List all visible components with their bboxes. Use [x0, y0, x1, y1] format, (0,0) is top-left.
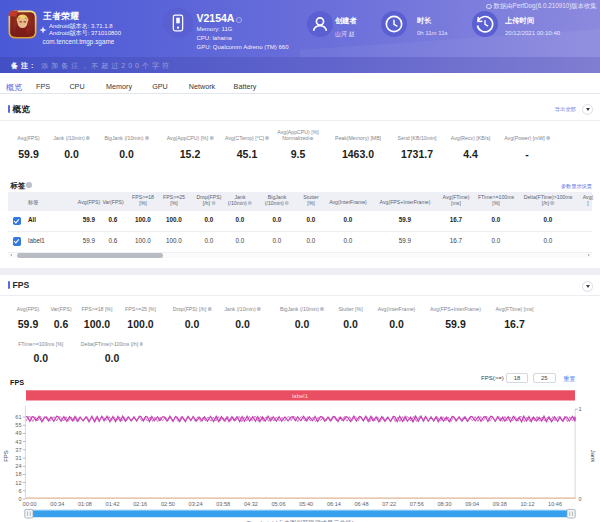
svg-text:03:24: 03:24 [189, 501, 203, 507]
svg-text:09:04: 09:04 [465, 501, 479, 507]
svg-text:07:56: 07:56 [410, 501, 424, 507]
svg-text:12: 12 [15, 480, 21, 486]
svg-text:05:06: 05:06 [272, 501, 286, 507]
svg-text:55: 55 [15, 422, 21, 428]
svg-text:02:16: 02:16 [133, 501, 147, 507]
svg-text:label1: label1 [292, 393, 309, 399]
svg-text:37: 37 [15, 447, 21, 453]
svg-text:03:58: 03:58 [216, 501, 230, 507]
svg-text:24: 24 [15, 463, 21, 469]
svg-text:Time(min) [点击图例可隐藏或显示曲线]: Time(min) [点击图例可隐藏或显示曲线] [246, 519, 353, 522]
svg-text:10:46: 10:46 [548, 501, 562, 507]
svg-text:10:12: 10:12 [521, 501, 535, 507]
svg-text:00:34: 00:34 [50, 501, 64, 507]
svg-text:08:30: 08:30 [438, 501, 452, 507]
svg-text:01:42: 01:42 [106, 501, 120, 507]
svg-text:02:50: 02:50 [161, 501, 175, 507]
svg-text:07:22: 07:22 [382, 501, 396, 507]
svg-text:31: 31 [15, 455, 21, 461]
svg-text:1: 1 [579, 406, 582, 412]
svg-text:FPS: FPS [3, 450, 9, 462]
svg-text:18: 18 [15, 471, 21, 477]
svg-text:04:32: 04:32 [244, 501, 258, 507]
svg-text:06:48: 06:48 [355, 501, 369, 507]
svg-text:43: 43 [15, 439, 21, 445]
svg-text:6: 6 [18, 488, 21, 494]
svg-text:09:38: 09:38 [493, 501, 507, 507]
svg-text:00:00: 00:00 [23, 501, 37, 507]
svg-text:61: 61 [15, 414, 21, 420]
svg-text:06:14: 06:14 [327, 501, 341, 507]
svg-text:0: 0 [18, 496, 21, 502]
svg-text:01:08: 01:08 [78, 501, 92, 507]
svg-text:49: 49 [15, 430, 21, 436]
svg-text:Jank: Jank [590, 450, 596, 464]
svg-text:0: 0 [579, 496, 582, 502]
svg-text:05:40: 05:40 [299, 501, 313, 507]
